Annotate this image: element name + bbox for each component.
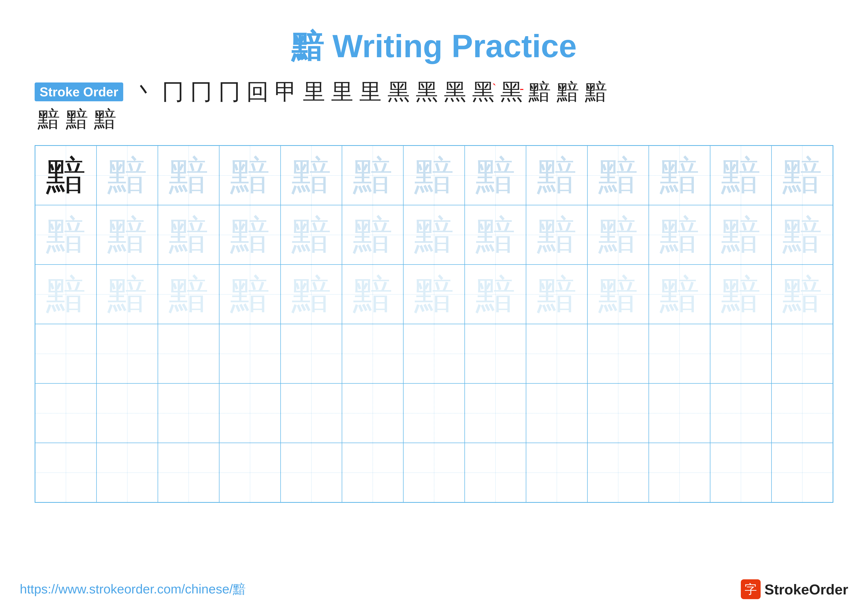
grid-cell-r4c10[interactable] bbox=[587, 324, 649, 383]
grid-cell-r3c12[interactable]: 黯 bbox=[710, 264, 772, 324]
stroke-r2-2: 黯 bbox=[66, 108, 88, 130]
grid-cell-r1c4[interactable]: 黯 bbox=[219, 146, 281, 205]
grid-cell-r6c2[interactable] bbox=[96, 443, 158, 502]
grid-cell-r4c5[interactable] bbox=[281, 324, 342, 383]
grid-cell-r3c8[interactable]: 黯 bbox=[465, 264, 526, 324]
stroke-12: 黑 bbox=[444, 81, 466, 103]
stroke-6: 甲 bbox=[274, 81, 297, 103]
grid-cell-r2c3[interactable]: 黯 bbox=[158, 205, 219, 264]
grid-cell-r5c11[interactable] bbox=[649, 383, 710, 443]
grid-cell-r2c8[interactable]: 黯 bbox=[465, 205, 526, 264]
grid-cell-r1c5[interactable]: 黯 bbox=[281, 146, 342, 205]
grid-cell-r1c7[interactable]: 黯 bbox=[403, 146, 465, 205]
grid-cell-r2c1[interactable]: 黯 bbox=[35, 205, 96, 264]
grid-cell-r1c3[interactable]: 黯 bbox=[158, 146, 219, 205]
grid-cell-r3c6[interactable]: 黯 bbox=[342, 264, 403, 324]
grid-cell-r4c11[interactable] bbox=[649, 324, 710, 383]
stroke-order-badge: Stroke Order bbox=[35, 82, 123, 101]
grid-cell-r6c12[interactable] bbox=[710, 443, 772, 502]
grid-cell-r3c11[interactable]: 黯 bbox=[649, 264, 710, 324]
grid-cell-r3c3[interactable]: 黯 bbox=[158, 264, 219, 324]
grid-cell-r2c7[interactable]: 黯 bbox=[403, 205, 465, 264]
grid-cell-r1c1[interactable]: 黯 bbox=[35, 146, 96, 205]
grid-cell-r5c8[interactable] bbox=[465, 383, 526, 443]
grid-cell-r2c12[interactable]: 黯 bbox=[710, 205, 772, 264]
footer-url[interactable]: https://www.strokeorder.com/chinese/黯 bbox=[20, 581, 246, 598]
grid-cell-r4c12[interactable] bbox=[710, 324, 772, 383]
grid-cell-r6c6[interactable] bbox=[342, 443, 403, 502]
grid-cell-r6c5[interactable] bbox=[281, 443, 342, 502]
practice-char-lighter: 黯 bbox=[414, 274, 454, 314]
grid-cell-r2c5[interactable]: 黯 bbox=[281, 205, 342, 264]
stroke-r2-1: 黯 bbox=[37, 108, 60, 130]
grid-cell-r3c1[interactable]: 黯 bbox=[35, 264, 96, 324]
grid-cell-r4c7[interactable] bbox=[403, 324, 465, 383]
grid-cell-r4c2[interactable] bbox=[96, 324, 158, 383]
grid-cell-r3c13[interactable]: 黯 bbox=[772, 264, 833, 324]
grid-cell-r6c4[interactable] bbox=[219, 443, 281, 502]
grid-cell-r4c4[interactable] bbox=[219, 324, 281, 383]
practice-char-light: 黯 bbox=[598, 215, 638, 255]
grid-cell-r5c6[interactable] bbox=[342, 383, 403, 443]
practice-char-dark: 黯 bbox=[46, 155, 85, 195]
practice-char-lighter: 黯 bbox=[230, 274, 270, 314]
grid-cell-r1c13[interactable]: 黯 bbox=[772, 146, 833, 205]
grid-cell-r2c9[interactable]: 黯 bbox=[526, 205, 587, 264]
grid-cell-r5c7[interactable] bbox=[403, 383, 465, 443]
grid-cell-r1c11[interactable]: 黯 bbox=[649, 146, 710, 205]
stroke-8: 里 bbox=[331, 81, 353, 103]
practice-char-light: 黯 bbox=[537, 155, 577, 195]
practice-char-lighter: 黯 bbox=[598, 274, 638, 314]
practice-char-light: 黯 bbox=[291, 155, 331, 195]
grid-cell-r5c1[interactable] bbox=[35, 383, 96, 443]
grid-cell-r6c10[interactable] bbox=[587, 443, 649, 502]
grid-cell-r6c13[interactable] bbox=[772, 443, 833, 502]
grid-cell-r3c10[interactable]: 黯 bbox=[587, 264, 649, 324]
grid-cell-r2c13[interactable]: 黯 bbox=[772, 205, 833, 264]
grid-cell-r6c11[interactable] bbox=[649, 443, 710, 502]
grid-cell-r6c8[interactable] bbox=[465, 443, 526, 502]
grid-cell-r3c4[interactable]: 黯 bbox=[219, 264, 281, 324]
practice-char-light: 黯 bbox=[721, 155, 761, 195]
grid-cell-r2c2[interactable]: 黯 bbox=[96, 205, 158, 264]
grid-cell-r3c5[interactable]: 黯 bbox=[281, 264, 342, 324]
practice-char-lighter: 黯 bbox=[721, 274, 761, 314]
grid-cell-r4c3[interactable] bbox=[158, 324, 219, 383]
footer: https://www.strokeorder.com/chinese/黯 字 … bbox=[20, 579, 848, 599]
grid-cell-r5c5[interactable] bbox=[281, 383, 342, 443]
grid-cell-r1c8[interactable]: 黯 bbox=[465, 146, 526, 205]
grid-cell-r3c7[interactable]: 黯 bbox=[403, 264, 465, 324]
practice-char-light: 黯 bbox=[783, 215, 822, 255]
grid-cell-r4c8[interactable] bbox=[465, 324, 526, 383]
grid-cell-r3c2[interactable]: 黯 bbox=[96, 264, 158, 324]
practice-char-light: 黯 bbox=[660, 155, 699, 195]
grid-cell-r5c2[interactable] bbox=[96, 383, 158, 443]
practice-char-light: 黯 bbox=[169, 215, 208, 255]
grid-cell-r5c9[interactable] bbox=[526, 383, 587, 443]
grid-cell-r5c12[interactable] bbox=[710, 383, 772, 443]
grid-cell-r4c9[interactable] bbox=[526, 324, 587, 383]
grid-cell-r4c6[interactable] bbox=[342, 324, 403, 383]
grid-cell-r4c13[interactable] bbox=[772, 324, 833, 383]
grid-cell-r4c1[interactable] bbox=[35, 324, 96, 383]
grid-cell-r2c10[interactable]: 黯 bbox=[587, 205, 649, 264]
grid-cell-r1c12[interactable]: 黯 bbox=[710, 146, 772, 205]
grid-cell-r1c2[interactable]: 黯 bbox=[96, 146, 158, 205]
grid-cell-r3c9[interactable]: 黯 bbox=[526, 264, 587, 324]
grid-cell-r1c6[interactable]: 黯 bbox=[342, 146, 403, 205]
practice-grid: 黯 黯 黯 黯 黯 黯 黯 黯 黯 黯 黯 黯 黯 黯 黯 黯 黯 黯 黯 黯 … bbox=[35, 145, 833, 503]
grid-cell-r6c7[interactable] bbox=[403, 443, 465, 502]
grid-cell-r5c4[interactable] bbox=[219, 383, 281, 443]
grid-cell-r1c10[interactable]: 黯 bbox=[587, 146, 649, 205]
grid-cell-r2c11[interactable]: 黯 bbox=[649, 205, 710, 264]
grid-cell-r6c3[interactable] bbox=[158, 443, 219, 502]
grid-cell-r5c13[interactable] bbox=[772, 383, 833, 443]
grid-cell-r2c4[interactable]: 黯 bbox=[219, 205, 281, 264]
grid-cell-r5c3[interactable] bbox=[158, 383, 219, 443]
grid-cell-r6c1[interactable] bbox=[35, 443, 96, 502]
grid-cell-r6c9[interactable] bbox=[526, 443, 587, 502]
title-text: 黯 Writing Practice bbox=[291, 28, 577, 64]
grid-cell-r1c9[interactable]: 黯 bbox=[526, 146, 587, 205]
grid-cell-r2c6[interactable]: 黯 bbox=[342, 205, 403, 264]
grid-cell-r5c10[interactable] bbox=[587, 383, 649, 443]
